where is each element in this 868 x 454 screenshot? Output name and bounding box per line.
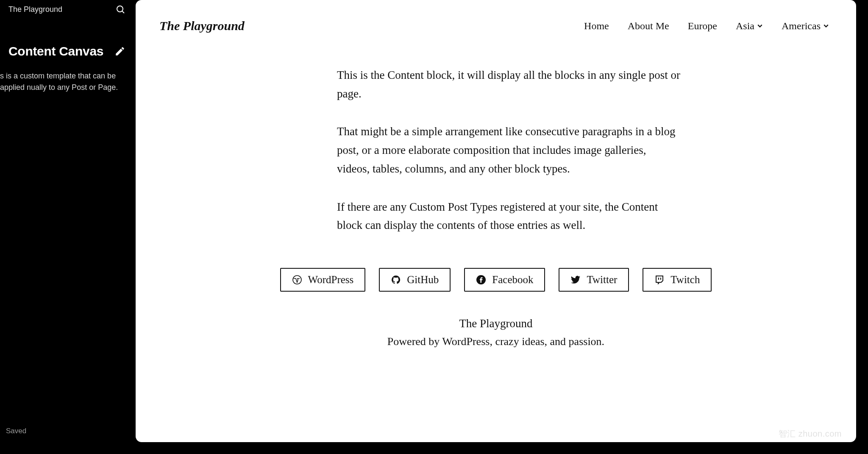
social-github-button[interactable]: GitHub xyxy=(379,268,451,292)
nav-americas[interactable]: Americas xyxy=(782,20,829,32)
editor-sidebar: The Playground Content Canvas s is a cus… xyxy=(0,0,136,454)
template-name-heading: Content Canvas xyxy=(8,44,103,58)
footer-site-title[interactable]: The Playground xyxy=(136,317,856,330)
chevron-down-icon xyxy=(757,23,763,29)
primary-nav: Home About Me Europe Asia Americas xyxy=(584,20,829,32)
save-status: Saved xyxy=(6,427,26,435)
template-description: s is a custom template that can be appli… xyxy=(0,65,136,93)
twitch-icon xyxy=(654,275,665,285)
svg-point-0 xyxy=(117,6,123,12)
social-facebook-button[interactable]: Facebook xyxy=(464,268,545,292)
editor-canvas[interactable]: The Playground Home About Me Europe Asia… xyxy=(136,0,856,442)
social-label: WordPress xyxy=(308,274,354,286)
site-footer: The Playground Powered by WordPress, cra… xyxy=(136,317,856,348)
social-label: Twitter xyxy=(587,274,617,286)
nav-americas-label: Americas xyxy=(782,20,821,32)
nav-asia-label: Asia xyxy=(736,20,754,32)
site-header: The Playground Home About Me Europe Asia… xyxy=(136,0,856,33)
watermark: 智汇 zhuon.com xyxy=(779,428,842,440)
twitter-icon xyxy=(570,275,581,285)
search-icon[interactable] xyxy=(115,4,125,14)
sidebar-site-title[interactable]: The Playground xyxy=(8,5,62,14)
social-label: GitHub xyxy=(407,274,439,286)
footer-tagline: Powered by WordPress, crazy ideas, and p… xyxy=(136,335,856,348)
svg-line-1 xyxy=(122,11,125,14)
nav-about[interactable]: About Me xyxy=(628,20,669,32)
facebook-icon xyxy=(476,275,486,285)
site-title[interactable]: The Playground xyxy=(159,19,245,33)
content-paragraph[interactable]: That might be a simple arrangement like … xyxy=(337,123,680,178)
content-paragraph[interactable]: This is the Content block, it will displ… xyxy=(337,66,680,103)
wordpress-icon xyxy=(292,275,302,285)
social-links-row: WordPress GitHub Facebook xyxy=(136,268,856,292)
social-label: Facebook xyxy=(492,274,533,286)
social-wordpress-button[interactable]: WordPress xyxy=(280,268,366,292)
chevron-down-icon xyxy=(823,23,829,29)
nav-europe[interactable]: Europe xyxy=(688,20,717,32)
social-twitch-button[interactable]: Twitch xyxy=(643,268,712,292)
edit-icon[interactable] xyxy=(114,46,125,57)
social-twitter-button[interactable]: Twitter xyxy=(559,268,629,292)
post-content[interactable]: This is the Content block, it will displ… xyxy=(303,66,689,235)
github-icon xyxy=(391,275,401,285)
content-paragraph[interactable]: If there are any Custom Post Types regis… xyxy=(337,198,680,235)
nav-asia[interactable]: Asia xyxy=(736,20,763,32)
nav-home[interactable]: Home xyxy=(584,20,609,32)
social-label: Twitch xyxy=(670,274,700,286)
